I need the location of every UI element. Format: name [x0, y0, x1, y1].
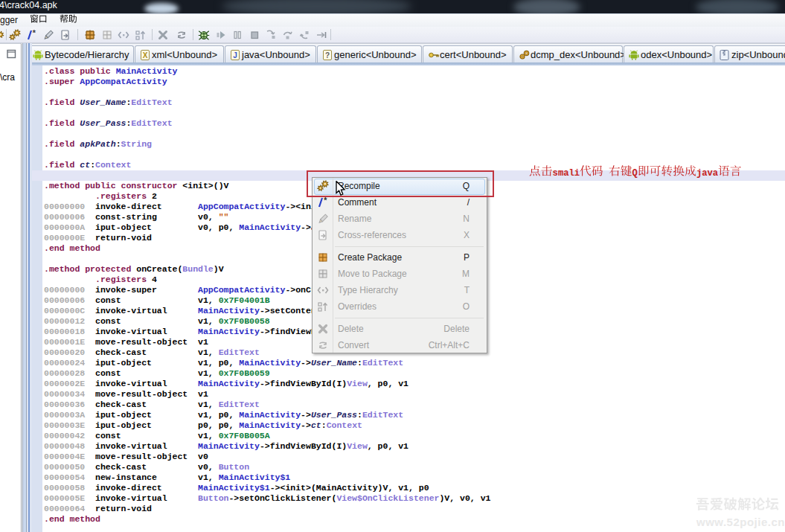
svg-text:Q: Q: [632, 168, 638, 179]
svg-text:*: *: [323, 196, 328, 205]
svg-text:*: *: [32, 29, 37, 38]
svg-text:X: X: [143, 51, 148, 60]
svg-text:J: J: [233, 51, 237, 60]
svg-text:?: ?: [325, 51, 330, 60]
svg-text:java: java: [696, 168, 719, 179]
svg-text:smali: smali: [553, 168, 580, 179]
